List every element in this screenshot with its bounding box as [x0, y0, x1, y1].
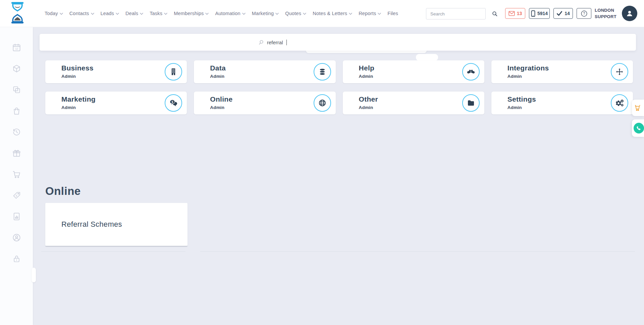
search-icon — [258, 40, 264, 45]
card-subtitle: Admin — [61, 74, 76, 79]
package-icon[interactable] — [12, 64, 21, 73]
card-icon-circle — [314, 63, 331, 80]
shopping-bag-icon[interactable] — [12, 106, 21, 115]
building-icon — [169, 68, 177, 76]
global-search-input[interactable] — [426, 11, 492, 16]
result-item-referral-schemes[interactable]: Referral Schemes — [45, 203, 187, 247]
main-nav: Today Contacts Leads Deals Tasks Members… — [45, 0, 398, 27]
avatar[interactable] — [622, 6, 637, 21]
admin-card-marketing[interactable]: Marketing Admin $ — [45, 92, 187, 114]
nav-label: Notes & Letters — [313, 11, 347, 16]
admin-card-other[interactable]: Other Admin — [343, 92, 484, 114]
admin-card-online[interactable]: Online Admin — [194, 92, 335, 114]
admin-card-help[interactable]: Help Admin — [343, 60, 484, 83]
chevron-down-icon — [378, 13, 381, 15]
svg-text:?: ? — [583, 11, 585, 15]
search-dropdown-remnant — [416, 54, 438, 61]
nav-item-memberships[interactable]: Memberships — [174, 11, 209, 16]
user-icon — [625, 9, 634, 18]
cart-icon[interactable] — [12, 170, 21, 179]
nav-label: Contacts — [69, 11, 89, 16]
card-icon-circle — [462, 94, 480, 112]
admin-search-query-text: referral — [267, 40, 283, 45]
nav-label: Leads — [101, 11, 114, 16]
nav-item-contacts[interactable]: Contacts — [69, 11, 94, 16]
search-submit-button[interactable] — [492, 9, 498, 19]
sidebar-drag-handle[interactable] — [32, 268, 36, 282]
admin-card-business[interactable]: Business Admin — [45, 60, 187, 83]
nav-item-leads[interactable]: Leads — [101, 11, 119, 16]
card-title: Marketing — [61, 95, 96, 103]
admin-card-data[interactable]: Data Admin — [194, 60, 335, 83]
admin-cards-grid: Business Admin Data Admin Help — [45, 60, 633, 114]
calendar-day-label: 12 — [15, 47, 18, 50]
gift-icon[interactable] — [12, 149, 21, 158]
messages-badge[interactable]: 13 — [505, 8, 525, 19]
envelope-icon — [508, 11, 515, 16]
nav-item-deals[interactable]: Deals — [125, 11, 143, 16]
card-title: Help — [359, 64, 375, 72]
nav-item-quotes[interactable]: Quotes — [285, 11, 306, 16]
nav-item-reports[interactable]: Reports — [359, 11, 381, 16]
nav-label: Quotes — [285, 11, 301, 16]
nav-label: Reports — [359, 11, 376, 16]
svg-text:$: $ — [171, 100, 173, 103]
chevron-down-icon — [60, 13, 63, 15]
nav-label: Memberships — [174, 11, 204, 16]
nav-label: Marketing — [252, 11, 274, 16]
chevron-down-icon — [275, 13, 279, 15]
tasks-badge[interactable]: 14 — [553, 8, 573, 19]
svg-text:$: $ — [15, 194, 17, 197]
chevron-down-icon — [116, 13, 119, 15]
nav-label: Today — [45, 11, 58, 16]
calls-count: 5914 — [537, 11, 548, 16]
card-icon-circle — [165, 63, 182, 80]
calendar-icon[interactable]: 12 — [12, 43, 21, 52]
help-button[interactable]: ? — [577, 8, 591, 19]
nav-item-marketing[interactable]: Marketing — [252, 11, 279, 16]
user-circle-icon[interactable] — [12, 233, 21, 242]
card-icon-circle — [314, 94, 331, 112]
chevron-down-icon — [242, 13, 246, 15]
price-tag-icon[interactable]: $ — [12, 191, 21, 200]
lock-icon[interactable] — [12, 254, 21, 263]
nav-label: Tasks — [150, 11, 162, 16]
messages-count: 13 — [517, 11, 522, 16]
copy-icon[interactable] — [12, 85, 21, 94]
gears-icon — [615, 99, 624, 108]
nav-item-today[interactable]: Today — [45, 11, 63, 16]
divider — [200, 251, 635, 252]
user-name[interactable]: LONDON SUPPORT — [595, 7, 622, 20]
user-name-line1: LONDON — [595, 7, 622, 13]
nav-item-files[interactable]: Files — [387, 11, 398, 16]
report-chart-icon[interactable] — [12, 212, 21, 221]
phone-widget-tab[interactable] — [632, 119, 644, 137]
card-subtitle: Admin — [210, 74, 224, 79]
history-icon[interactable] — [12, 127, 21, 137]
admin-search-bar[interactable]: referral — [40, 34, 636, 51]
app-root: Today Contacts Leads Deals Tasks Members… — [0, 0, 644, 325]
mobile-phone-icon — [531, 10, 535, 17]
app-logo[interactable] — [9, 2, 26, 23]
calls-badge[interactable]: 5914 — [529, 8, 550, 19]
card-subtitle: Admin — [507, 74, 522, 79]
card-subtitle: Admin — [61, 105, 76, 110]
cart-widget-tab[interactable] — [632, 100, 644, 116]
card-subtitle: Admin — [359, 74, 373, 79]
nav-item-tasks[interactable]: Tasks — [150, 11, 167, 16]
global-search — [426, 8, 486, 19]
folder-icon — [467, 99, 475, 107]
nav-label: Automation — [215, 11, 240, 16]
card-title: Data — [210, 64, 226, 72]
tasks-count: 14 — [565, 11, 570, 16]
nav-item-automation[interactable]: Automation — [215, 11, 245, 16]
chevron-down-icon — [303, 13, 306, 15]
card-subtitle: Admin — [507, 105, 522, 110]
nav-item-notes-letters[interactable]: Notes & Letters — [313, 11, 352, 16]
admin-card-integrations[interactable]: Integrations Admin — [491, 60, 633, 83]
card-title: Settings — [507, 95, 536, 103]
chevron-down-icon — [164, 13, 167, 15]
admin-card-settings[interactable]: Settings Admin — [491, 92, 633, 114]
card-icon-circle — [611, 63, 628, 80]
card-subtitle: Admin — [210, 105, 224, 110]
